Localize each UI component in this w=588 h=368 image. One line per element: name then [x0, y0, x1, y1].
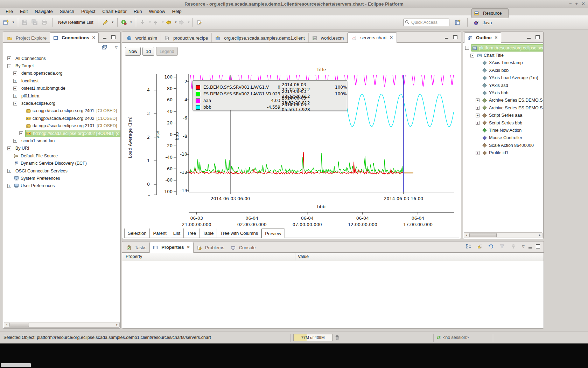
- expand-icon[interactable]: +: [13, 139, 17, 143]
- collapse-icon[interactable]: -: [470, 54, 474, 57]
- print-button[interactable]: [40, 18, 50, 27]
- editor-tab-world-esim[interactable]: world.esim: [123, 33, 161, 43]
- menu-project[interactable]: Project: [78, 8, 99, 15]
- tree-item-script-series-aaa[interactable]: +Script Series aaa: [463, 112, 543, 119]
- expand-icon[interactable]: +: [476, 98, 479, 102]
- scroll-left-icon[interactable]: ◂: [4, 323, 9, 327]
- editor-tab-productive-recipe[interactable]: productive.recipe: [161, 33, 212, 43]
- save-button[interactable]: [21, 18, 30, 27]
- perspective-java[interactable]: JJava: [471, 18, 509, 27]
- menu-edit[interactable]: Edit: [16, 8, 31, 15]
- minimize-view-icon[interactable]: [528, 244, 532, 248]
- pin-icon[interactable]: [511, 244, 516, 249]
- minimize-editor-icon[interactable]: [445, 35, 448, 39]
- scroll-right-icon[interactable]: ▸: [115, 323, 119, 327]
- forward-button[interactable]: [177, 18, 187, 27]
- open-perspective-button[interactable]: [454, 18, 463, 27]
- tree-item-profile-id1[interactable]: +Profile id1: [463, 149, 543, 156]
- tree-item-platform-resource-org-eclipse-scad[interactable]: -platform:/resource/org.eclipse.scad: [463, 44, 543, 52]
- new-wizard-button[interactable]: ▼: [2, 18, 15, 27]
- garbage-collect-icon[interactable]: [335, 335, 340, 340]
- minimize-view-icon[interactable]: [527, 35, 531, 39]
- close-icon[interactable]: ✕: [187, 245, 190, 250]
- tree-item-time-now-action[interactable]: Time Now Action: [463, 127, 543, 134]
- tree-item-ostest1-muc-ibhmgt-de[interactable]: +ostest1.muc.ibhmgt.de: [3, 85, 120, 92]
- tree-item-by-target[interactable]: -By Target: [3, 62, 120, 69]
- collapse-icon[interactable]: -: [465, 46, 469, 50]
- tab-outline[interactable]: Outline ✕: [464, 32, 501, 43]
- chevron-down-icon[interactable]: ▼: [174, 21, 177, 24]
- tree-item-demo-openscada-org[interactable]: +demo.openscada.org: [3, 70, 120, 77]
- maximize-view-icon[interactable]: [536, 244, 540, 249]
- tree-item-ca-ngp-scada-eclipse-org-2402[interactable]: ca:ngp://scada.eclipse.org:2402[CLOSED]: [3, 115, 120, 122]
- next-annotation-button[interactable]: [139, 18, 148, 27]
- minimize-view-icon[interactable]: [103, 35, 106, 39]
- expand-icon[interactable]: +: [476, 106, 479, 110]
- tree-item-xaxis-timestamp[interactable]: XAxis Timestamp: [463, 59, 543, 67]
- view-menu-icon[interactable]: ▽: [522, 245, 525, 248]
- expand-icon[interactable]: +: [13, 71, 17, 75]
- expand-icon[interactable]: +: [13, 79, 17, 83]
- maximize-button[interactable]: +: [575, 1, 578, 7]
- pen-tool-button[interactable]: ▼: [102, 18, 115, 27]
- save-all-button[interactable]: [30, 18, 40, 27]
- menu-search[interactable]: Search: [56, 8, 78, 15]
- page-tab-tree[interactable]: Tree: [184, 229, 200, 238]
- collapse-icon[interactable]: -: [7, 64, 11, 68]
- tree-item-xaxis-bbb[interactable]: XAxis bbb: [463, 67, 543, 74]
- scroll-left-icon[interactable]: ◂: [464, 233, 469, 237]
- restore-default-icon[interactable]: [488, 244, 494, 249]
- page-tab-selection[interactable]: Selection: [124, 229, 150, 238]
- scroll-right-icon[interactable]: ▸: [538, 233, 542, 237]
- page-tab-tree-with-columns[interactable]: Tree with Columns: [217, 229, 261, 238]
- chart-canvas[interactable]: TitleLoad Average (1m)43210asd1008060402…: [122, 53, 461, 229]
- expand-icon[interactable]: +: [7, 56, 11, 60]
- tree-item-yaxis-load-average-1m-[interactable]: YAxis Load Average (1m): [463, 74, 543, 82]
- tree-item-scada-eclipse-org[interactable]: -scada.eclipse.org: [3, 100, 120, 107]
- page-tab-parent[interactable]: Parent: [150, 229, 170, 238]
- horizontal-scrollbar[interactable]: ◂ ▸: [464, 232, 542, 238]
- close-icon[interactable]: ✕: [92, 35, 95, 40]
- tree-item-hd-ngp-scada-eclipse-org-2302-bound-c[interactable]: +hd:ngp://scada.eclipse.org:2302 [BOUND]…: [3, 130, 120, 137]
- collapse-icon[interactable]: -: [13, 102, 17, 105]
- tree-item-localhost[interactable]: +localhost: [3, 77, 120, 84]
- menu-window[interactable]: Window: [146, 8, 169, 15]
- tree-item-archive-series-es-demo-sys-[interactable]: +Archive Series ES.DEMO.SYS.: [463, 104, 543, 111]
- column-value[interactable]: Value: [298, 254, 309, 259]
- filter-icon[interactable]: [499, 244, 505, 249]
- editor-tab-org-eclipse-scada-samples-demo1-client[interactable]: org.eclipse.scada.samples.demo1.client: [212, 33, 309, 43]
- quick-access-input[interactable]: [403, 19, 449, 26]
- new-realtime-list-button[interactable]: New Realtime List: [55, 18, 96, 27]
- tree-item-chart-title[interactable]: -Chart Title: [463, 52, 543, 59]
- tree-item-da-ngp-scada-eclipse-org-2101[interactable]: da:ngp://scada.eclipse.org:2101[CLOSED]: [3, 122, 120, 130]
- expand-icon[interactable]: +: [476, 114, 479, 117]
- link-editor-button[interactable]: [195, 18, 205, 27]
- chevron-down-icon[interactable]: ▼: [12, 21, 15, 24]
- menu-run[interactable]: Run: [130, 8, 146, 15]
- menu-help[interactable]: Help: [169, 8, 185, 15]
- tree-item-scada1-smart-lan[interactable]: +scada1.smart.lan: [3, 137, 120, 144]
- maximize-editor-icon[interactable]: [453, 35, 457, 39]
- expand-icon[interactable]: +: [13, 94, 17, 98]
- previous-annotation-button[interactable]: [151, 18, 161, 27]
- tab-tasks[interactable]: Tasks: [123, 243, 149, 253]
- tree-item-default-file-source[interactable]: Default File Source: [3, 152, 120, 159]
- close-icon[interactable]: ✕: [390, 35, 393, 40]
- page-tab-preview[interactable]: Preview: [261, 229, 285, 238]
- tree-item-dynamic-service-discovery-ecf-[interactable]: Dynamic Service Discovery (ECF): [3, 159, 120, 167]
- maximize-view-icon[interactable]: [536, 35, 540, 39]
- expand-icon[interactable]: +: [7, 146, 11, 150]
- back-button[interactable]: [164, 18, 174, 27]
- menu-file[interactable]: File: [2, 8, 16, 15]
- tree-item-user-preferences[interactable]: +User Preferences: [3, 182, 120, 190]
- run-button[interactable]: ▼: [120, 18, 133, 27]
- perspective-resource[interactable]: Resource: [471, 8, 509, 18]
- expand-icon[interactable]: +: [13, 87, 17, 90]
- now-button[interactable]: Now: [125, 47, 141, 56]
- tab-problems[interactable]: Problems: [194, 243, 227, 253]
- tree-item-ca-ngp-scada-eclipse-org-2401[interactable]: ca:ngp://scada.eclipse.org:2401[CLOSED]: [3, 107, 120, 115]
- expand-icon[interactable]: +: [7, 184, 11, 188]
- tree-item-by-uri[interactable]: +By URI: [3, 145, 120, 152]
- tree-item-yaxis-bbb[interactable]: YAxis bbb: [463, 89, 543, 96]
- tree-item-all-connections[interactable]: +All Connections: [3, 55, 120, 62]
